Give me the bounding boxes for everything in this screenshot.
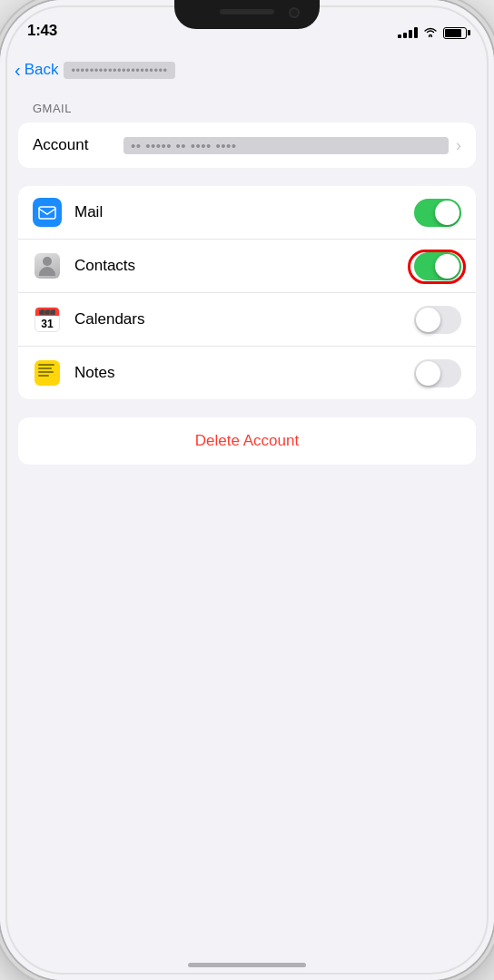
toggles-card: Mail Contacts — [18, 186, 476, 399]
account-chevron-icon: › — [456, 136, 461, 155]
notes-toggle-thumb — [416, 361, 440, 386]
toggle-row-calendars: ⬛⬛⬛ 31 Calendars — [18, 293, 476, 347]
screen: 1:43 — [0, 0, 494, 980]
cal-date: 31 — [41, 318, 53, 330]
contacts-toggle-thumb — [435, 254, 459, 279]
battery-fill — [445, 29, 461, 37]
delete-account-button[interactable]: Delete Account — [18, 417, 476, 465]
toggle-row-mail: Mail — [18, 186, 476, 240]
notch — [174, 0, 320, 29]
mail-toggle-thumb — [435, 201, 459, 225]
wifi-icon — [423, 25, 438, 40]
calendars-icon: ⬛⬛⬛ 31 — [33, 305, 62, 334]
calendars-toggle-thumb — [416, 308, 440, 332]
contacts-icon-inner — [35, 253, 60, 279]
calendars-label: Calendars — [74, 310, 414, 328]
mail-icon — [33, 198, 62, 227]
notes-toggle[interactable] — [414, 359, 461, 387]
status-time: 1:43 — [27, 22, 57, 40]
speaker — [220, 9, 274, 15]
status-icons — [398, 25, 467, 40]
content-area: GMAIL Account •• ••••• •• •••• •••• › — [0, 93, 494, 980]
mail-toggle[interactable] — [414, 199, 461, 227]
toggle-row-contacts: Contacts — [18, 240, 476, 293]
note-line-4 — [38, 375, 49, 377]
account-label: Account — [33, 136, 124, 154]
phone-frame: 1:43 — [0, 0, 494, 980]
notes-icon-inner — [35, 360, 60, 386]
mail-label: Mail — [74, 203, 414, 221]
calendar-icon-inner: ⬛⬛⬛ 31 — [35, 307, 60, 332]
svg-rect-0 — [39, 207, 55, 219]
contacts-label: Contacts — [74, 257, 414, 275]
notes-label: Notes — [74, 364, 414, 382]
camera — [289, 7, 300, 18]
home-indicator — [188, 963, 306, 967]
cal-top: ⬛⬛⬛ — [35, 308, 59, 316]
back-chevron-icon: ‹ — [15, 61, 21, 79]
notes-icon — [33, 358, 62, 387]
note-line-2 — [38, 368, 52, 369]
note-line-3 — [38, 371, 54, 373]
account-card: Account •• ••••• •• •••• •••• › — [18, 122, 476, 168]
nav-bar: ‹ Back ••••••••••••••••••••• — [0, 47, 494, 93]
toggle-row-notes: Notes — [18, 347, 476, 399]
contact-body — [39, 267, 55, 276]
contact-head — [43, 257, 52, 266]
section-label-gmail: GMAIL — [18, 102, 476, 115]
back-button[interactable]: ‹ Back — [15, 61, 58, 79]
contacts-toggle[interactable] — [414, 252, 461, 280]
contacts-icon — [33, 251, 62, 280]
signal-bars-icon — [398, 27, 418, 38]
nav-email-masked: ••••••••••••••••••••• — [64, 62, 174, 79]
note-line-1 — [38, 364, 54, 366]
cal-bottom: 31 — [35, 316, 59, 331]
account-row: Account •• ••••• •• •••• •••• › — [18, 122, 476, 168]
back-label: Back — [25, 61, 59, 79]
account-value-masked: •• ••••• •• •••• •••• — [124, 137, 449, 154]
contacts-toggle-container — [414, 252, 461, 280]
calendars-toggle[interactable] — [414, 306, 461, 334]
delete-account-card: Delete Account — [18, 417, 476, 465]
battery-icon — [443, 27, 467, 39]
